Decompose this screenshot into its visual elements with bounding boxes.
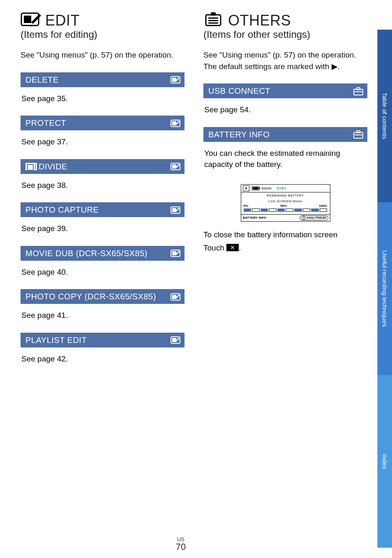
menu-item-divide: DIVIDE: [21, 159, 184, 174]
menu-item-playlist-edit: PLAYLIST EDIT: [21, 333, 184, 347]
edit-icon: [21, 12, 42, 28]
svg-rect-15: [172, 338, 176, 342]
tab-table-of-contents[interactable]: Table of contents: [377, 30, 392, 202]
svg-rect-17: [211, 12, 216, 16]
svg-rect-7: [172, 164, 176, 169]
svg-rect-1: [24, 16, 31, 23]
battery-info-screen: ✕ 60min STBY REMAINING BATTERY LCD SCREE…: [241, 184, 330, 222]
others-icon: [203, 12, 225, 28]
item-body: See page 42.: [21, 347, 184, 376]
svg-rect-3: [172, 78, 176, 82]
menu-item-usb-connect: USB CONNECT: [203, 83, 367, 98]
side-tabs: Table of contents Useful recording techn…: [377, 0, 392, 558]
others-section: OTHERS (Items for other settings) See "U…: [203, 12, 367, 558]
item-body: See page 37.: [21, 130, 184, 159]
close-icon: ✕: [243, 185, 249, 191]
edit-section: EDIT (Items for editing) See "Using menu…: [21, 12, 184, 558]
svg-rect-25: [357, 131, 360, 133]
item-body: See page 38.: [21, 174, 184, 203]
battery-icon: [252, 186, 259, 190]
infolithium-badge: iInfoLITHIUM: [300, 215, 328, 220]
svg-rect-9: [172, 208, 176, 212]
edit-items: DELETESee page 35.PROTECTSee page 37.DIV…: [21, 72, 184, 376]
item-body: See page 35.: [21, 87, 184, 116]
play-edit-icon: [171, 293, 180, 301]
play-edit-icon: [171, 249, 180, 257]
edit-subtitle: (Items for editing): [21, 29, 184, 40]
battery-info-body: You can check the estimated remaining ca…: [203, 142, 367, 182]
item-body: See page 40.: [21, 261, 184, 289]
battery-gauge: [241, 208, 330, 214]
page-number: US 70: [0, 536, 362, 552]
item-body: See page 41.: [21, 304, 184, 333]
play-edit-icon: [171, 119, 180, 127]
menu-item-photo-copy-dcr-sx65-sx85: PHOTO COPY (DCR-SX65/SX85): [21, 289, 184, 304]
menu-item-delete: DELETE: [21, 72, 184, 87]
svg-rect-11: [172, 251, 176, 255]
play-edit-icon: [171, 206, 180, 214]
close-instruction: Touch ✕.: [203, 242, 367, 254]
svg-rect-13: [172, 295, 176, 299]
battery-info-footer: BATTERY INFO: [243, 216, 267, 220]
close-x-button-icon: ✕: [226, 244, 239, 251]
toolbox-icon: [353, 130, 363, 139]
usb-connect-body: See page 54.: [203, 98, 367, 127]
edit-intro: See "Using menus" (p. 57) on the operati…: [21, 49, 184, 61]
menu-item-photo-capture: PHOTO CAPTURE: [21, 202, 184, 217]
menu-item-protect: PROTECT: [21, 116, 184, 130]
remaining-battery-label: REMAINING BATTERY: [241, 192, 330, 198]
tab-index[interactable]: Index: [377, 375, 392, 548]
others-subtitle: (Items for other settings): [203, 29, 367, 40]
svg-rect-22: [357, 88, 360, 90]
toolbox-icon: [353, 87, 363, 95]
item-body: See page 39.: [21, 217, 184, 246]
lcd-screen-label: LCD SCREEN:60min: [241, 198, 330, 204]
edit-title: EDIT: [45, 13, 80, 28]
menu-item-movie-dub-dcr-sx65-sx85: MOVIE DUB (DCR-SX65/SX85): [21, 246, 184, 261]
divide-prefix-icon: [25, 163, 37, 170]
others-items: USB CONNECT See page 54. BATTERY INFO Yo…: [203, 83, 367, 254]
stby-label: STBY: [277, 186, 286, 190]
close-heading: To close the battery information screen: [203, 229, 367, 241]
play-edit-icon: [171, 336, 180, 344]
svg-rect-5: [172, 121, 176, 125]
play-edit-icon: [171, 76, 180, 84]
battery-time: 60min: [262, 186, 272, 190]
play-edit-icon: [171, 162, 180, 171]
tab-useful-recording[interactable]: Useful recording techniques: [377, 202, 392, 375]
menu-item-battery-info: BATTERY INFO: [203, 127, 367, 142]
others-title: OTHERS: [228, 13, 291, 28]
others-intro: See "Using menus" (p. 57) on the operati…: [203, 49, 367, 72]
